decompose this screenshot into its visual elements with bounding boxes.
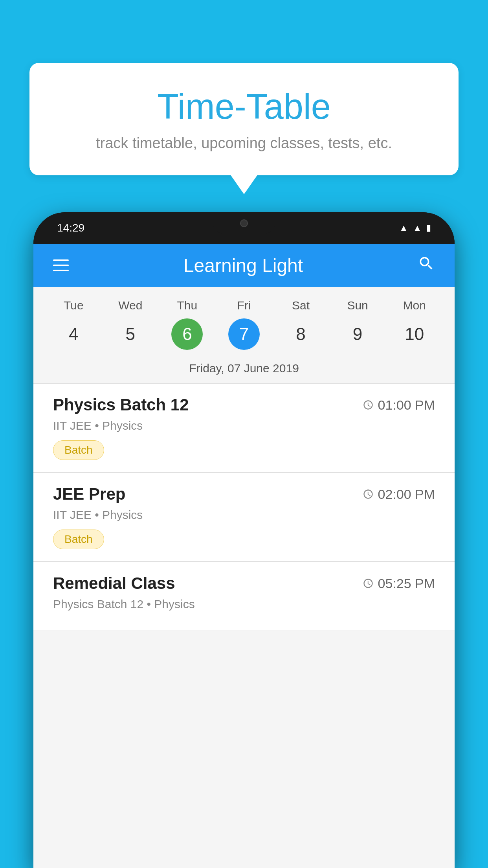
day-number: 6 <box>171 318 203 350</box>
schedule-subtitle: IIT JEE • Physics <box>53 508 435 522</box>
day-number: 10 <box>399 318 430 350</box>
day-name: Wed <box>118 299 142 312</box>
schedule-title: JEE Prep <box>53 485 125 504</box>
calendar-strip: Tue4Wed5Thu6Fri7Sat8Sun9Mon10 Friday, 07… <box>33 287 455 383</box>
signal-icon: ▲ <box>413 223 422 233</box>
day-col-sun[interactable]: Sun9 <box>332 299 383 350</box>
phone-mockup: 14:29 ▲ ▲ ▮ Learning Li <box>33 212 455 868</box>
status-icons: ▲ ▲ ▮ <box>399 223 431 234</box>
schedule-item[interactable]: Remedial Class05:25 PMPhysics Batch 12 •… <box>33 562 455 631</box>
hamburger-line-1 <box>53 259 69 261</box>
app-screen: Learning Light Tue4Wed5Thu6Fri7Sat8Sun9M… <box>33 244 455 868</box>
day-number: 5 <box>115 318 146 350</box>
day-col-mon[interactable]: Mon10 <box>389 299 440 350</box>
day-name: Thu <box>177 299 198 312</box>
day-col-sat[interactable]: Sat8 <box>275 299 327 350</box>
speech-bubble-arrow <box>230 175 258 194</box>
phone-camera <box>240 219 248 227</box>
clock-icon <box>363 399 374 410</box>
batch-badge: Batch <box>53 530 104 549</box>
page-background: Time-Table track timetable, upcoming cla… <box>0 0 488 868</box>
menu-button[interactable] <box>53 259 69 271</box>
day-col-wed[interactable]: Wed5 <box>105 299 156 350</box>
search-icon[interactable] <box>418 255 435 276</box>
hamburger-line-3 <box>53 270 69 271</box>
battery-icon: ▮ <box>426 223 431 233</box>
day-number: 7 <box>228 318 260 350</box>
schedule-subtitle: IIT JEE • Physics <box>53 419 435 432</box>
schedule-item[interactable]: Physics Batch 1201:00 PMIIT JEE • Physic… <box>33 384 455 472</box>
speech-bubble-title: Time-Table <box>61 86 427 127</box>
schedule-list: Physics Batch 1201:00 PMIIT JEE • Physic… <box>33 384 455 631</box>
speech-bubble-subtitle: track timetable, upcoming classes, tests… <box>61 135 427 152</box>
batch-badge: Batch <box>53 440 104 460</box>
app-header: Learning Light <box>33 244 455 287</box>
day-name: Sat <box>292 299 310 312</box>
speech-bubble-container: Time-Table track timetable, upcoming cla… <box>29 63 459 194</box>
day-name: Tue <box>64 299 84 312</box>
day-name: Fri <box>237 299 251 312</box>
schedule-item-header: JEE Prep02:00 PM <box>53 485 435 504</box>
clock-icon <box>363 578 374 589</box>
schedule-time: 02:00 PM <box>363 487 435 502</box>
app-title: Learning Light <box>183 255 303 276</box>
schedule-item-header: Physics Batch 1201:00 PM <box>53 395 435 414</box>
hamburger-line-2 <box>53 265 69 266</box>
speech-bubble: Time-Table track timetable, upcoming cla… <box>29 63 459 175</box>
selected-date-label: Friday, 07 June 2019 <box>45 354 443 383</box>
status-time: 14:29 <box>57 222 84 234</box>
schedule-time: 05:25 PM <box>363 576 435 591</box>
clock-icon <box>363 489 374 500</box>
day-col-fri[interactable]: Fri7 <box>218 299 270 350</box>
days-row: Tue4Wed5Thu6Fri7Sat8Sun9Mon10 <box>45 299 443 350</box>
day-col-thu[interactable]: Thu6 <box>161 299 213 350</box>
day-name: Mon <box>403 299 426 312</box>
schedule-item[interactable]: JEE Prep02:00 PMIIT JEE • PhysicsBatch <box>33 473 455 561</box>
phone-notch <box>213 212 275 234</box>
day-number: 9 <box>342 318 373 350</box>
schedule-title: Physics Batch 12 <box>53 395 189 414</box>
status-bar: 14:29 ▲ ▲ ▮ <box>33 212 455 244</box>
schedule-item-header: Remedial Class05:25 PM <box>53 574 435 593</box>
day-number: 4 <box>58 318 89 350</box>
wifi-icon: ▲ <box>399 223 408 234</box>
schedule-title: Remedial Class <box>53 574 175 593</box>
day-number: 8 <box>285 318 317 350</box>
day-name: Sun <box>347 299 368 312</box>
schedule-time: 01:00 PM <box>363 397 435 413</box>
day-col-tue[interactable]: Tue4 <box>48 299 99 350</box>
schedule-subtitle: Physics Batch 12 • Physics <box>53 598 435 611</box>
